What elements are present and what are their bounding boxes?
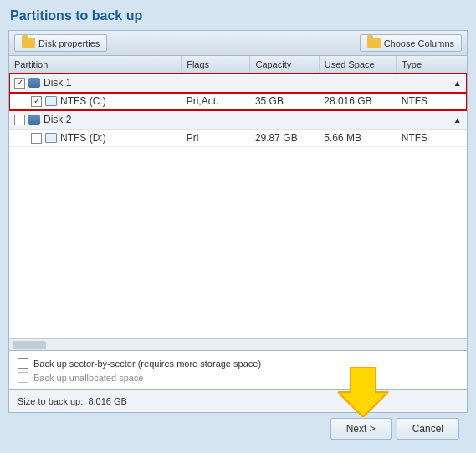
disk2-checkbox[interactable] [14, 115, 25, 125]
button-bar: Next > Cancel [8, 413, 468, 445]
partition-d-icon [45, 133, 57, 143]
disk2-row[interactable]: Disk 2 ▲ [9, 110, 467, 130]
sector-by-sector-label: Back up sector-by-sector (requires more … [33, 359, 261, 369]
empty-row-3 [9, 214, 467, 247]
col-header-flags: Flags [182, 56, 250, 74]
disk2-partition-d-flags: Pri [182, 130, 250, 147]
options-panel: Back up sector-by-sector (requires more … [9, 350, 467, 389]
col-header-type: Type [397, 56, 448, 74]
unallocated-space-label: Back up unallocated space [33, 373, 143, 383]
main-container: Partitions to back up Disk properties Ch… [0, 0, 476, 453]
disk1-partition-c-label: NTFS (C:) [60, 95, 106, 107]
disk1-partition-c-usedspace: 28.016 GB [319, 93, 397, 110]
disk1-partition-c-row[interactable]: NTFS (C:) Pri,Act. 35 GB 28.016 GB NTFS [9, 93, 467, 110]
table-header-row: Partition Flags Capacity Used Space Type [9, 56, 467, 74]
disk1-partition-c-label-cell: NTFS (C:) [14, 95, 177, 107]
disk2-partition-d-arrow [448, 130, 467, 147]
disk2-icon [28, 115, 40, 125]
sector-by-sector-checkbox[interactable] [18, 358, 28, 369]
disk2-partition-d-label-cell: NTFS (D:) [14, 132, 177, 144]
size-bar: Size to back up: 8.016 GB [9, 389, 467, 412]
disk1-checkbox[interactable] [14, 78, 25, 89]
disk1-partition-c-arrow [448, 93, 467, 110]
disk-properties-button[interactable]: Disk properties [14, 34, 107, 52]
toolbar: Disk properties Choose Columns [9, 31, 467, 56]
horizontal-scrollbar[interactable] [9, 338, 467, 350]
disk1-icon [28, 78, 40, 88]
disk1-collapse-arrow[interactable]: ▲ [448, 74, 467, 93]
disk1-partition-c-type: NTFS [397, 93, 448, 110]
col-header-usedspace: Used Space [319, 56, 397, 74]
disk2-collapse-arrow[interactable]: ▲ [448, 110, 467, 130]
disk2-partition-d-row[interactable]: NTFS (D:) Pri 29.87 GB 5.66 MB NTFS [9, 130, 467, 147]
col-header-partition: Partition [9, 56, 182, 74]
cancel-button[interactable]: Cancel [397, 418, 459, 440]
empty-row-1 [9, 147, 467, 181]
disk1-partition-c-flags: Pri,Act. [182, 93, 250, 110]
disk1-label: Disk 1 [44, 77, 71, 89]
col-header-arrow [448, 56, 467, 74]
choose-columns-icon [367, 38, 381, 48]
disk2-partition-d-usedspace: 5.66 MB [319, 130, 397, 147]
disk2-partition-d-type: NTFS [397, 130, 448, 147]
col-header-capacity: Capacity [250, 56, 319, 74]
disk-properties-label: Disk properties [38, 38, 100, 48]
disk1-partition-c-capacity: 35 GB [250, 93, 319, 110]
partitions-table: Partition Flags Capacity Used Space Type [9, 56, 467, 247]
unallocated-space-row: Back up unallocated space [18, 372, 458, 383]
content-panel: Disk properties Choose Columns Partition… [8, 30, 468, 413]
unallocated-space-checkbox[interactable] [18, 372, 28, 383]
size-label: Size to back up: 8.016 GB [18, 396, 127, 406]
choose-columns-button[interactable]: Choose Columns [360, 34, 462, 52]
disk2-partition-d-checkbox[interactable] [31, 133, 42, 144]
disk2-partition-d-capacity: 29.87 GB [250, 130, 319, 147]
disk1-row[interactable]: Disk 1 ▲ [9, 74, 467, 93]
disk1-label-cell: Disk 1 [14, 77, 443, 89]
next-button[interactable]: Next > [330, 418, 392, 440]
h-scroll-thumb[interactable] [13, 341, 46, 349]
sector-by-sector-row: Back up sector-by-sector (requires more … [18, 358, 458, 369]
page-title: Partitions to back up [8, 8, 468, 23]
svg-marker-0 [338, 367, 388, 417]
disk2-label-cell: Disk 2 [14, 114, 443, 125]
partition-c-icon [45, 96, 57, 106]
disk-properties-icon [22, 38, 35, 48]
partitions-table-wrapper[interactable]: Partition Flags Capacity Used Space Type [9, 56, 467, 338]
disk2-partition-d-label: NTFS (D:) [60, 132, 106, 144]
next-arrow-indicator [338, 367, 388, 417]
disk2-label: Disk 2 [44, 114, 71, 125]
choose-columns-label: Choose Columns [384, 38, 454, 48]
empty-row-2 [9, 181, 467, 214]
disk1-partition-c-checkbox[interactable] [31, 96, 42, 107]
